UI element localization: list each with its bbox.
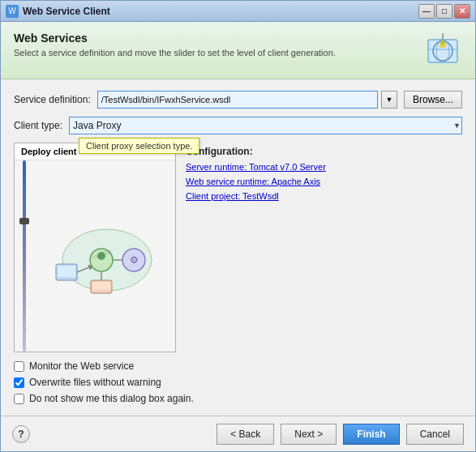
service-definition-label: Service definition: — [14, 94, 91, 105]
header-section: Web Services Select a service definition… — [1, 22, 475, 79]
back-button[interactable]: < Back — [217, 424, 274, 445]
help-button[interactable]: ? — [12, 425, 30, 443]
window-icon: W — [6, 5, 19, 18]
minimize-button[interactable]: — — [418, 4, 435, 19]
browse-button[interactable]: Browse... — [404, 91, 462, 109]
config-panel: Configuration: Server runtime: Tomcat v7… — [186, 143, 462, 352]
configuration-title: Configuration: — [186, 146, 462, 157]
deploy-visual: ⚙ http://blo — [15, 160, 175, 352]
dont-show-label[interactable]: Do not show me this dialog box again. — [29, 393, 194, 404]
service-definition-dropdown[interactable]: ▼ — [381, 91, 397, 109]
client-type-select[interactable]: Java Proxy — [69, 117, 462, 134]
diagram-svg: ⚙ http://blo — [46, 215, 160, 296]
service-definition-input-container: ▼ — [97, 91, 397, 109]
deploy-panel: Deploy client — [14, 143, 176, 352]
service-definition-input[interactable] — [97, 91, 378, 109]
title-bar: W Web Service Client — □ ✕ — [1, 1, 475, 22]
maximize-button[interactable]: □ — [436, 4, 452, 19]
dont-show-row: Do not show me this dialog box again. — [14, 393, 462, 404]
svg-rect-6 — [440, 45, 446, 48]
overwrite-label[interactable]: Overwrite files without warning — [29, 377, 161, 388]
header-subtitle: Select a service definition and move the… — [14, 48, 423, 58]
cancel-button[interactable]: Cancel — [406, 424, 464, 445]
next-button[interactable]: Next > — [281, 424, 337, 445]
svg-rect-17 — [92, 282, 110, 290]
header-title: Web Services — [14, 32, 423, 45]
monitor-row: Monitor the Web service — [14, 360, 462, 372]
slider-container — [18, 160, 31, 352]
client-type-label: Client type: — [14, 120, 62, 131]
header-icon — [423, 32, 462, 70]
footer: ? < Back Next > Finish Cancel — [1, 416, 475, 451]
monitor-label[interactable]: Monitor the Web service — [29, 360, 134, 372]
client-type-tooltip: Client proxy selection type. — [79, 138, 199, 154]
monitor-checkbox[interactable] — [14, 361, 24, 372]
close-button[interactable]: ✕ — [454, 4, 470, 19]
client-type-row: Client type: Java Proxy ▼ Client proxy s… — [14, 117, 462, 134]
client-type-select-container: Java Proxy ▼ — [69, 117, 462, 134]
content-area: Deploy client — [14, 143, 462, 352]
service-icon-svg — [425, 33, 461, 69]
title-bar-buttons: — □ ✕ — [418, 4, 470, 19]
web-service-runtime-link[interactable]: Web service runtime: Apache Axis — [186, 177, 462, 186]
slider-thumb[interactable] — [19, 218, 29, 224]
overwrite-row: Overwrite files without warning — [14, 377, 462, 388]
window-title: Web Service Client — [23, 6, 418, 17]
body: Service definition: ▼ Browse... Client t… — [1, 79, 475, 416]
dont-show-checkbox[interactable] — [14, 394, 24, 404]
checkboxes-section: Monitor the Web service Overwrite files … — [14, 360, 462, 404]
header-text: Web Services Select a service definition… — [14, 32, 423, 58]
server-runtime-link[interactable]: Server runtime: Tomcat v7.0 Server — [186, 162, 462, 172]
window: W Web Service Client — □ ✕ Web Services … — [0, 0, 476, 452]
overwrite-checkbox[interactable] — [14, 377, 24, 388]
slider-track[interactable] — [23, 160, 26, 352]
finish-button[interactable]: Finish — [343, 424, 399, 445]
svg-text:⚙: ⚙ — [130, 254, 139, 266]
diagram: ⚙ http://blo — [39, 215, 167, 296]
service-definition-row: Service definition: ▼ Browse... — [14, 91, 462, 109]
client-project-link[interactable]: Client project: TestWsdl — [186, 191, 462, 201]
svg-rect-9 — [58, 266, 75, 277]
